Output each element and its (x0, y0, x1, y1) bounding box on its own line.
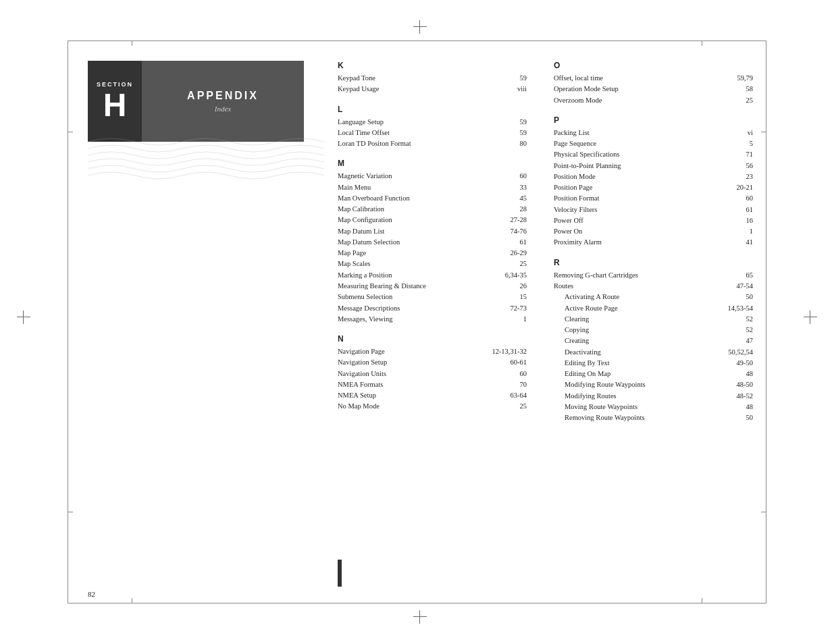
section-m: M Magnetic Variation 60 Main Menu 33 Man… (338, 159, 527, 325)
entry-no-map-mode: No Map Mode 25 (338, 401, 527, 412)
entry-packing-list: Packing List vi (554, 128, 753, 138)
entry-keypad-tone: Keypad Tone 59 (338, 73, 527, 84)
entry-navigation-units: Navigation Units 60 (338, 369, 527, 379)
border-bottom (68, 603, 766, 603)
entry-proximity-alarm: Proximity Alarm 41 (554, 237, 753, 248)
tick-right-top (761, 132, 766, 132)
tick-right-bottom (761, 512, 766, 512)
entry-removing-gchart: Removing G-chart Cartridges 65 (554, 270, 753, 281)
section-n: N Navigation Page 12-13,31-32 Navigation… (338, 334, 527, 412)
section-r-heading: R (554, 258, 753, 267)
entry-loran-td: Loran TD Positon Format 80 (338, 138, 527, 149)
entry-operation-mode-setup: Operation Mode Setup 58 (554, 84, 753, 95)
entry-keypad-usage: Keypad Usage viii (338, 84, 527, 95)
entry-main-menu: Main Menu 33 (338, 182, 527, 193)
entry-page-sequence: Page Sequence 5 (554, 138, 753, 149)
entry-position-page: Position Page 20-21 (554, 182, 753, 193)
entry-deactivating: Deactivating 50,52,54 (554, 347, 753, 358)
tick-top-right (702, 41, 702, 46)
crosshair-bottom (413, 610, 427, 624)
entry-removing-route-waypoints: Removing Route Waypoints 50 (554, 412, 753, 423)
entry-routes: Routes 47-54 (554, 281, 753, 292)
entry-messages-viewing: Messages, Viewing 1 (338, 314, 527, 325)
tick-left-bottom (68, 512, 73, 512)
section-l-heading: L (338, 105, 527, 114)
border-left (68, 41, 68, 603)
right-column: O Offset, local time 59,79 Operation Mod… (554, 61, 753, 576)
entry-physical-specifications: Physical Specifications 71 (554, 149, 753, 160)
section-left-panel: SECTION H (88, 61, 142, 142)
entry-editing-by-text: Editing By Text 49-50 (554, 358, 753, 369)
section-letter-label: H (103, 89, 127, 122)
entry-copying: Copying 52 (554, 325, 753, 336)
entry-navigation-setup: Navigation Setup 60-61 (338, 357, 527, 368)
entry-offset-local-time: Offset, local time 59,79 (554, 73, 753, 84)
entry-velocity-filters: Velocity Filters 61 (554, 205, 753, 215)
entry-map-datum-list: Map Datum List 74-76 (338, 226, 527, 237)
section-r: R Removing G-chart Cartridges 65 Routes … (554, 258, 753, 424)
entry-position-mode: Position Mode 23 (554, 171, 753, 182)
entry-map-scales: Map Scales 25 (338, 259, 527, 269)
entry-map-configuration: Map Configuration 27-28 (338, 215, 527, 225)
crosshair-left (17, 311, 30, 324)
entry-modifying-routes: Modifying Routes 48-52 (554, 391, 753, 402)
section-o: O Offset, local time 59,79 Operation Mod… (554, 61, 753, 106)
decorative-wave (88, 135, 324, 189)
bottom-divider (338, 560, 342, 587)
entry-local-time-offset: Local Time Offset 59 (338, 128, 527, 138)
section-right-panel: APPENDIX Index (142, 61, 304, 142)
entry-nmea-setup: NMEA Setup 63-64 (338, 390, 527, 401)
entry-active-route-page: Active Route Page 14,53-54 (554, 303, 753, 314)
section-l: L Language Setup 59 Local Time Offset 59… (338, 105, 527, 150)
tick-bottom-right (702, 598, 702, 603)
entry-point-to-point: Point-to-Point Planning 56 (554, 161, 753, 171)
entry-magnetic-variation: Magnetic Variation 60 (338, 171, 527, 182)
main-content: K Keypad Tone 59 Keypad Usage viii L Lan… (338, 61, 753, 576)
section-p: P Packing List vi Page Sequence 5 Physic… (554, 115, 753, 248)
entry-measuring-bearing: Measuring Bearing & Distance 26 (338, 281, 527, 292)
page-number: 82 (88, 590, 95, 598)
tick-left-top (68, 132, 73, 132)
entry-map-datum-selection: Map Datum Selection 61 (338, 237, 527, 248)
entry-editing-on-map: Editing On Map 48 (554, 369, 753, 379)
entry-clearing: Clearing 52 (554, 314, 753, 325)
index-label: Index (215, 105, 231, 113)
entry-activating-route: Activating A Route 50 (554, 292, 753, 302)
entry-map-page: Map Page 26-29 (338, 248, 527, 259)
tick-bottom-left (132, 598, 132, 603)
section-n-heading: N (338, 334, 527, 344)
entry-man-overboard: Man Overboard Function 45 (338, 193, 527, 204)
border-right (766, 41, 766, 603)
left-column: K Keypad Tone 59 Keypad Usage viii L Lan… (338, 61, 527, 576)
entry-moving-route-waypoints: Moving Route Waypoints 48 (554, 402, 753, 412)
section-k: K Keypad Tone 59 Keypad Usage viii (338, 61, 527, 95)
entry-position-format: Position Format 60 (554, 193, 753, 204)
crosshair-top (413, 20, 427, 34)
section-header: SECTION H APPENDIX Index (88, 61, 304, 142)
entry-power-on: Power On 1 (554, 226, 753, 237)
entry-submenu-selection: Submenu Selection 15 (338, 292, 527, 302)
section-p-heading: P (554, 115, 753, 125)
section-k-heading: K (338, 61, 527, 70)
entry-navigation-page: Navigation Page 12-13,31-32 (338, 346, 527, 357)
border-top (68, 41, 766, 41)
entry-creating: Creating 47 (554, 336, 753, 346)
section-o-heading: O (554, 61, 753, 70)
crosshair-right (804, 311, 817, 324)
appendix-label: APPENDIX (187, 90, 259, 102)
entry-language-setup: Language Setup 59 (338, 117, 527, 128)
tick-top-left (132, 41, 132, 46)
entry-power-off: Power Off 16 (554, 215, 753, 226)
entry-message-descriptions: Message Descriptions 72-73 (338, 303, 527, 314)
entry-map-calibration: Map Calibration 28 (338, 204, 527, 215)
section-m-heading: M (338, 159, 527, 168)
entry-overzoom-mode: Overzoom Mode 25 (554, 95, 753, 106)
entry-nmea-formats: NMEA Formats 70 (338, 379, 527, 390)
entry-modifying-route-waypoints: Modifying Route Waypoints 48-50 (554, 379, 753, 390)
entry-marking-position: Marking a Position 6,34-35 (338, 270, 527, 281)
